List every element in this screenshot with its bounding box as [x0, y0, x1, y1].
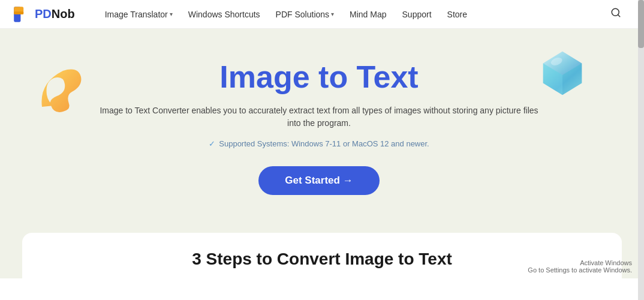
chevron-down-icon-2: ▾	[331, 11, 334, 17]
steps-section: 3 Steps to Convert Image to Text	[22, 233, 622, 278]
hero-section: Image to Text Image to Text Converter en…	[0, 29, 638, 233]
scrollbar[interactable]	[638, 0, 644, 300]
nav-item-support[interactable]: Support	[396, 6, 438, 23]
svg-rect-2	[14, 11, 23, 14]
svg-line-4	[618, 14, 619, 16]
nav-item-windows-shortcuts[interactable]: Windows Shortcuts	[182, 6, 266, 23]
hero-title: Image to Text	[219, 59, 418, 95]
main-nav: Image Translator ▾ Windows Shortcuts PDF…	[99, 5, 626, 23]
logo-icon	[12, 5, 31, 24]
hero-subtitle: Image to Text Converter enables you to a…	[97, 104, 541, 130]
check-icon: ✓	[209, 139, 215, 148]
steps-title: 3 Steps to Convert Image to Text	[46, 250, 598, 269]
chevron-down-icon: ▾	[170, 11, 173, 17]
search-icon	[610, 7, 621, 18]
nav-item-mind-map[interactable]: Mind Map	[344, 6, 392, 23]
scrollbar-thumb[interactable]	[638, 0, 644, 48]
hero-supported-systems: ✓ Supported Systems: Windows 7-11 or Mac…	[209, 139, 429, 148]
logo[interactable]: PDNob	[12, 5, 75, 24]
deco-crystal-right	[536, 47, 590, 101]
header: PDNob Image Translator ▾ Windows Shortcu…	[0, 0, 638, 29]
logo-text: PDNob	[35, 7, 75, 21]
nav-item-pdf-solutions[interactable]: PDF Solutions ▾	[270, 6, 340, 23]
nav-item-image-translator[interactable]: Image Translator ▾	[99, 6, 179, 23]
nav-item-store[interactable]: Store	[441, 6, 473, 23]
deco-ribbon-left	[36, 65, 90, 113]
search-button[interactable]	[606, 5, 626, 23]
get-started-button[interactable]: Get Started →	[258, 166, 379, 195]
